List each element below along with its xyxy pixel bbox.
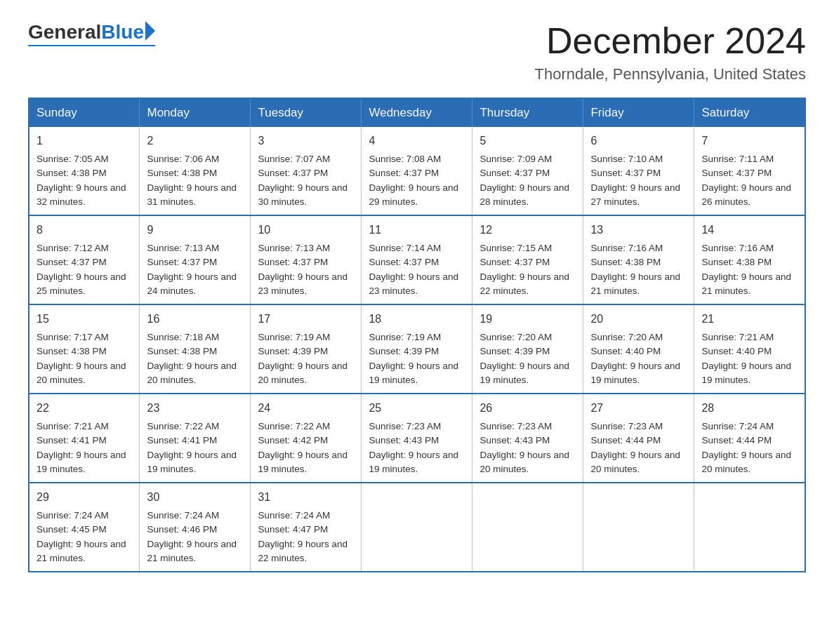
daylight-info: Daylight: 9 hours and 23 minutes. [369, 271, 458, 296]
calendar-week-row: 8 Sunrise: 7:12 AM Sunset: 4:37 PM Dayli… [29, 215, 805, 304]
month-year-title: December 2024 [535, 21, 806, 61]
day-number: 9 [147, 222, 243, 239]
day-number: 27 [590, 400, 687, 417]
sunset-info: Sunset: 4:39 PM [369, 346, 439, 356]
day-number: 22 [37, 400, 132, 417]
day-number: 5 [479, 133, 576, 149]
daylight-info: Daylight: 9 hours and 19 minutes. [369, 450, 458, 474]
sunrise-info: Sunrise: 7:22 AM [258, 421, 330, 431]
calendar-day-cell: 9 Sunrise: 7:13 AM Sunset: 4:37 PM Dayli… [140, 215, 251, 304]
calendar-week-row: 15 Sunrise: 7:17 AM Sunset: 4:38 PM Dayl… [29, 304, 805, 394]
sunrise-info: Sunrise: 7:20 AM [590, 332, 663, 342]
sunrise-info: Sunrise: 7:13 AM [258, 243, 330, 253]
calendar-day-cell: 31 Sunrise: 7:24 AM Sunset: 4:47 PM Dayl… [251, 483, 362, 572]
sunset-info: Sunset: 4:39 PM [479, 346, 550, 356]
calendar-day-cell: 27 Sunrise: 7:23 AM Sunset: 4:44 PM Dayl… [583, 394, 694, 483]
daylight-info: Daylight: 9 hours and 19 minutes. [37, 450, 126, 474]
calendar-day-cell: 12 Sunrise: 7:15 AM Sunset: 4:37 PM Dayl… [472, 215, 583, 304]
daylight-info: Daylight: 9 hours and 20 minutes. [37, 361, 126, 385]
sunset-info: Sunset: 4:47 PM [258, 524, 328, 535]
day-number: 23 [147, 400, 243, 417]
calendar-week-row: 22 Sunrise: 7:21 AM Sunset: 4:41 PM Dayl… [29, 394, 805, 483]
daylight-info: Daylight: 9 hours and 20 minutes. [701, 450, 791, 474]
logo: General Blue [28, 21, 155, 46]
daylight-info: Daylight: 9 hours and 21 minutes. [37, 539, 126, 563]
sunrise-info: Sunrise: 7:10 AM [590, 154, 663, 164]
calendar-day-cell: 11 Sunrise: 7:14 AM Sunset: 4:37 PM Dayl… [362, 215, 472, 304]
daylight-info: Daylight: 9 hours and 24 minutes. [147, 271, 237, 296]
sunset-info: Sunset: 4:44 PM [590, 435, 661, 445]
day-number: 31 [258, 489, 354, 506]
sunrise-info: Sunrise: 7:19 AM [258, 332, 330, 342]
logo-underline [28, 45, 155, 46]
daylight-info: Daylight: 9 hours and 19 minutes. [258, 450, 348, 474]
sunset-info: Sunset: 4:37 PM [369, 257, 439, 267]
calendar-day-cell: 16 Sunrise: 7:18 AM Sunset: 4:38 PM Dayl… [140, 304, 251, 394]
sunset-info: Sunset: 4:37 PM [258, 257, 328, 267]
calendar-week-row: 1 Sunrise: 7:05 AM Sunset: 4:38 PM Dayli… [29, 127, 805, 215]
calendar-day-cell: 15 Sunrise: 7:17 AM Sunset: 4:38 PM Dayl… [29, 304, 140, 394]
sunrise-info: Sunrise: 7:19 AM [369, 332, 441, 342]
sunrise-info: Sunrise: 7:13 AM [147, 243, 219, 253]
sunrise-info: Sunrise: 7:16 AM [701, 243, 774, 253]
sunset-info: Sunset: 4:39 PM [258, 346, 328, 356]
sunrise-info: Sunrise: 7:16 AM [590, 243, 663, 253]
sunrise-info: Sunrise: 7:11 AM [701, 154, 774, 164]
calendar-day-cell: 14 Sunrise: 7:16 AM Sunset: 4:38 PM Dayl… [694, 215, 805, 304]
daylight-info: Daylight: 9 hours and 20 minutes. [590, 450, 680, 474]
sunrise-info: Sunrise: 7:24 AM [258, 510, 330, 521]
sunrise-info: Sunrise: 7:09 AM [479, 154, 552, 164]
daylight-info: Daylight: 9 hours and 19 minutes. [590, 361, 680, 385]
daylight-info: Daylight: 9 hours and 22 minutes. [479, 271, 569, 296]
sunset-info: Sunset: 4:37 PM [701, 168, 772, 178]
location-subtitle: Thorndale, Pennsylvania, United States [535, 65, 806, 83]
calendar-day-cell: 1 Sunrise: 7:05 AM Sunset: 4:38 PM Dayli… [29, 127, 140, 215]
day-number: 4 [369, 133, 465, 149]
calendar-day-cell: 6 Sunrise: 7:10 AM Sunset: 4:37 PM Dayli… [583, 127, 694, 215]
logo-general-text: General [28, 21, 101, 43]
calendar-day-cell: 7 Sunrise: 7:11 AM Sunset: 4:37 PM Dayli… [694, 127, 805, 215]
logo-triangle-icon [145, 21, 155, 41]
sunrise-info: Sunrise: 7:21 AM [701, 332, 774, 342]
sunrise-info: Sunrise: 7:18 AM [147, 332, 219, 342]
day-number: 28 [701, 400, 797, 417]
sunrise-info: Sunrise: 7:07 AM [258, 154, 330, 164]
sunset-info: Sunset: 4:41 PM [37, 435, 107, 445]
sunrise-info: Sunrise: 7:06 AM [147, 154, 219, 164]
calendar-day-cell: 20 Sunrise: 7:20 AM Sunset: 4:40 PM Dayl… [583, 304, 694, 394]
sunset-info: Sunset: 4:38 PM [590, 257, 661, 267]
day-number: 1 [37, 133, 132, 149]
sunset-info: Sunset: 4:38 PM [37, 168, 107, 178]
daylight-info: Daylight: 9 hours and 25 minutes. [37, 271, 126, 296]
sunset-info: Sunset: 4:40 PM [701, 346, 772, 356]
calendar-day-cell: 17 Sunrise: 7:19 AM Sunset: 4:39 PM Dayl… [251, 304, 362, 394]
day-number: 6 [590, 133, 687, 149]
daylight-info: Daylight: 9 hours and 31 minutes. [147, 182, 237, 207]
weekday-header-thursday: Thursday [472, 98, 583, 127]
daylight-info: Daylight: 9 hours and 22 minutes. [258, 539, 348, 563]
calendar-day-cell: 19 Sunrise: 7:20 AM Sunset: 4:39 PM Dayl… [472, 304, 583, 394]
sunset-info: Sunset: 4:37 PM [258, 168, 328, 178]
calendar-day-cell: 26 Sunrise: 7:23 AM Sunset: 4:43 PM Dayl… [472, 394, 583, 483]
day-number: 3 [258, 133, 354, 149]
sunrise-info: Sunrise: 7:17 AM [37, 332, 109, 342]
daylight-info: Daylight: 9 hours and 21 minutes. [701, 271, 791, 296]
weekday-header-wednesday: Wednesday [362, 98, 472, 127]
daylight-info: Daylight: 9 hours and 32 minutes. [37, 182, 126, 207]
title-section: December 2024 Thorndale, Pennsylvania, U… [535, 21, 806, 83]
calendar-day-cell [472, 483, 583, 572]
daylight-info: Daylight: 9 hours and 19 minutes. [369, 361, 458, 385]
weekday-header-monday: Monday [140, 98, 251, 127]
sunrise-info: Sunrise: 7:15 AM [479, 243, 552, 253]
calendar-day-cell: 8 Sunrise: 7:12 AM Sunset: 4:37 PM Dayli… [29, 215, 140, 304]
day-number: 15 [37, 311, 132, 328]
daylight-info: Daylight: 9 hours and 28 minutes. [479, 182, 569, 207]
daylight-info: Daylight: 9 hours and 20 minutes. [258, 361, 348, 385]
sunset-info: Sunset: 4:37 PM [479, 168, 550, 178]
calendar-day-cell: 30 Sunrise: 7:24 AM Sunset: 4:46 PM Dayl… [140, 483, 251, 572]
sunset-info: Sunset: 4:40 PM [590, 346, 661, 356]
daylight-info: Daylight: 9 hours and 20 minutes. [147, 361, 237, 385]
sunrise-info: Sunrise: 7:22 AM [147, 421, 219, 431]
sunset-info: Sunset: 4:42 PM [258, 435, 328, 445]
daylight-info: Daylight: 9 hours and 19 minutes. [147, 450, 237, 474]
